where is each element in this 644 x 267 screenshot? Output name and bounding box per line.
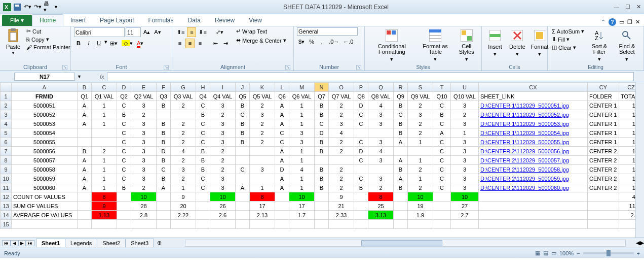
header-cell[interactable]: Q9 [394,92,408,101]
summary-cell[interactable]: 2.8 [131,211,157,220]
col-header-G[interactable]: G [171,83,196,92]
row-header-10[interactable]: 10 [1,174,12,183]
summary-cell[interactable]: 25 [368,202,394,211]
col-header-D[interactable]: D [117,83,131,92]
row-header-15[interactable]: 15 [1,220,12,229]
data-cell[interactable]: A [433,128,451,138]
data-cell[interactable]: 5000056 [12,147,78,156]
data-cell[interactable]: C [433,174,451,183]
data-cell[interactable]: 1 [92,110,117,119]
col-header-Q[interactable]: Q [368,83,394,92]
data-cell[interactable]: B [315,110,329,119]
header-cell[interactable]: Q5 [236,92,250,101]
header-cell[interactable]: Q6 [275,92,289,101]
summary-cell[interactable]: 9 [329,192,354,202]
maximize-icon[interactable]: ☐ [625,4,630,10]
data-cell[interactable]: A [78,156,92,165]
data-cell[interactable]: 3 [368,110,394,119]
data-cell[interactable]: B [394,165,408,174]
data-cell[interactable]: B [236,128,250,138]
summary-label[interactable]: SUM OF VALUES [12,202,78,211]
data-cell[interactable]: 2 [368,183,394,192]
data-cell[interactable]: 4 [368,147,394,156]
view-page-break-icon[interactable]: ▭ [551,250,556,256]
sheet-tab-sheet2[interactable]: Sheet2 [97,239,126,247]
data-cell[interactable]: CENTER 2 [588,174,619,183]
align-bottom-icon[interactable]: ⬇≡ [197,27,208,37]
currency-icon[interactable]: $▾ [297,37,306,47]
data-cell[interactable]: B [157,138,171,147]
data-cell[interactable]: 1 [408,138,433,147]
format-painter-button[interactable]: 🖌 Format Painter [25,44,71,51]
data-cell[interactable]: 1 [289,174,315,183]
data-cell[interactable]: 2 [329,110,354,119]
data-cell[interactable]: 5000057 [12,156,78,165]
data-cell[interactable]: C [117,138,131,147]
data-cell[interactable]: 2 [408,101,433,110]
data-cell[interactable]: 3 [131,147,157,156]
underline-button[interactable]: U [94,39,103,48]
data-cell[interactable]: 3 [289,128,315,138]
data-cell[interactable]: 2 [408,183,433,192]
sheet-link[interactable]: D:\CENTER 1\112029_5000051.jpg [479,101,588,110]
col-header-K[interactable]: K [250,83,275,92]
cut-button[interactable]: ✂ Cut [25,27,71,35]
col-header-B[interactable]: B [78,83,92,92]
data-cell[interactable]: B [354,183,368,192]
data-cell[interactable]: C [433,165,451,174]
data-cell[interactable]: A [78,110,92,119]
data-cell[interactable]: 2 [171,128,196,138]
col-header-E[interactable]: E [131,83,157,92]
data-cell[interactable]: 5000058 [12,165,78,174]
tab-home[interactable]: Home [32,14,63,26]
data-cell[interactable]: C [117,147,131,156]
data-cell[interactable] [236,156,250,165]
summary-cell[interactable]: 28 [131,202,157,211]
data-cell[interactable]: 3 [131,156,157,165]
data-cell[interactable] [250,174,275,183]
data-cell[interactable]: 5000060 [12,183,78,192]
data-cell[interactable]: C [196,138,210,147]
data-cell[interactable]: C [236,110,250,119]
data-cell[interactable]: B [117,110,131,119]
data-cell[interactable]: 3 [210,128,236,138]
data-cell[interactable]: C [275,138,289,147]
data-cell[interactable]: 2 [250,119,275,128]
row-header-3[interactable]: 3 [1,110,12,119]
col-header-T[interactable]: T [433,83,451,92]
data-cell[interactable]: B [315,138,329,147]
summary-cell[interactable]: 8 [92,192,117,202]
data-cell[interactable]: 1 [289,101,315,110]
data-cell[interactable]: A [78,101,92,110]
data-cell[interactable]: C [354,174,368,183]
hscroll-left-icon[interactable]: ◀ [636,240,640,246]
data-cell[interactable]: 2 [250,138,275,147]
header-cell[interactable]: Q9 VAL [408,92,433,101]
data-cell[interactable]: C [394,110,408,119]
increase-indent-icon[interactable]: ⇥ [221,39,230,48]
summary-cell[interactable]: 8 [250,192,275,202]
data-cell[interactable]: C [196,119,210,128]
close-icon[interactable]: ✕ [636,4,641,10]
row-header-9[interactable]: 9 [1,165,12,174]
header-cell[interactable]: Q8 [354,92,368,101]
zoom-out-icon[interactable]: − [577,250,580,256]
data-cell[interactable]: C [433,138,451,147]
horizontal-scrollbar[interactable] [185,240,626,247]
data-cell[interactable]: C [433,147,451,156]
summary-cell[interactable]: 2.33 [329,211,354,220]
data-cell[interactable]: 3 [210,101,236,110]
row-header-12[interactable]: 12 [1,192,12,202]
data-cell[interactable]: C [433,183,451,192]
minimize-ribbon-icon[interactable]: ⌃ [601,19,605,25]
data-cell[interactable]: 1 [92,165,117,174]
align-center-icon[interactable]: ≡ [185,39,195,48]
copy-button[interactable]: ⎘ Copy ▾ [25,36,71,43]
data-cell[interactable]: CENTER 1 [588,101,619,110]
border-button[interactable]: ⊞▾ [108,39,119,48]
header-cell[interactable]: Q3 [157,92,171,101]
header-cell[interactable]: Q6 VAL [289,92,315,101]
row-header-8[interactable]: 8 [1,156,12,165]
data-cell[interactable]: C [433,101,451,110]
view-page-layout-icon[interactable]: ▤ [543,250,548,256]
